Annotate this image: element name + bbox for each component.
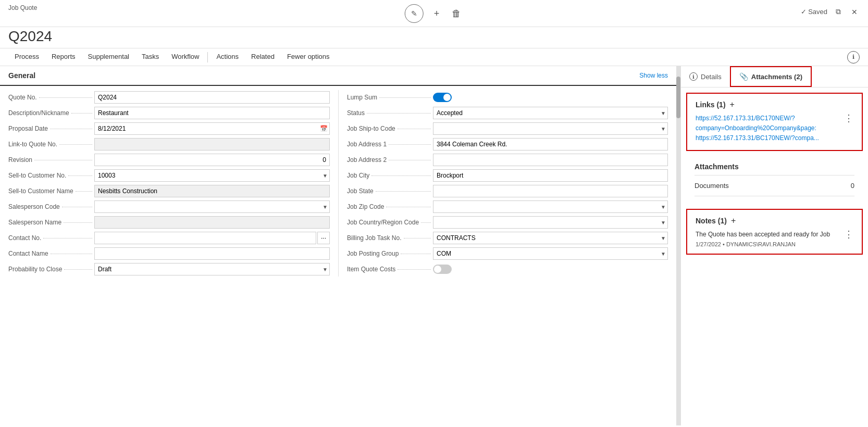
select-job-ship-to-code[interactable] bbox=[433, 122, 668, 135]
delete-button[interactable]: 🗑 bbox=[450, 6, 463, 21]
input-job-city[interactable] bbox=[433, 169, 668, 182]
field-job-address-1: Job Address 1 bbox=[347, 137, 668, 152]
input-quote-no[interactable] bbox=[94, 91, 330, 104]
label-job-city: Job City bbox=[347, 172, 433, 179]
saved-status: ✓ Saved bbox=[801, 8, 827, 16]
select-job-zip-code[interactable] bbox=[433, 200, 668, 213]
add-button[interactable]: + bbox=[432, 6, 442, 21]
input-job-address-1[interactable] bbox=[433, 138, 668, 150]
field-revision: Revision bbox=[8, 153, 330, 167]
nav-item-related[interactable]: Related bbox=[245, 48, 281, 66]
field-job-country-region-code: Job Country/Region Code ▼ bbox=[347, 215, 668, 230]
label-salesperson-code: Salesperson Code bbox=[8, 203, 94, 210]
input-sell-to-name[interactable] bbox=[94, 185, 330, 197]
select-status[interactable]: Accepted bbox=[433, 107, 668, 119]
field-job-zip-code: Job Zip Code ▼ bbox=[347, 199, 668, 214]
field-contact-no: Contact No. ··· bbox=[8, 231, 330, 245]
nav-item-supplemental[interactable]: Supplemental bbox=[82, 48, 136, 66]
select-job-posting-group[interactable]: COM bbox=[433, 247, 668, 260]
label-description: Description/Nickname bbox=[8, 109, 94, 117]
field-job-ship-to-code: Job Ship-to Code ▼ bbox=[347, 121, 668, 136]
field-link-quote-no: Link-to Quote No. bbox=[8, 137, 330, 152]
input-revision[interactable] bbox=[94, 154, 330, 166]
input-contact-name[interactable] bbox=[94, 247, 330, 260]
nav-separator bbox=[207, 52, 208, 62]
input-description[interactable] bbox=[94, 107, 330, 119]
label-lump-sum: Lump Sum bbox=[347, 94, 433, 101]
add-note-button[interactable]: + bbox=[731, 216, 736, 225]
info-button[interactable]: ℹ bbox=[847, 51, 860, 64]
input-job-address-2[interactable] bbox=[433, 154, 668, 166]
contact-no-ellipsis-button[interactable]: ··· bbox=[317, 232, 330, 244]
label-job-address-1: Job Address 1 bbox=[347, 141, 433, 148]
link-context-menu-button[interactable]: ⋮ bbox=[844, 114, 853, 123]
label-link-quote-no: Link-to Quote No. bbox=[8, 141, 94, 148]
field-job-posting-group: Job Posting Group COM ▼ bbox=[347, 246, 668, 261]
input-link-quote-no[interactable] bbox=[94, 138, 330, 150]
edit-button[interactable]: ✎ bbox=[405, 4, 424, 23]
documents-count: 0 bbox=[851, 182, 854, 190]
field-salesperson-name: Salesperson Name bbox=[8, 215, 330, 230]
label-proposal-date: Proposal Date bbox=[8, 125, 94, 132]
label-contact-no: Contact No. bbox=[8, 234, 94, 242]
notes-title: Notes (1) bbox=[696, 217, 727, 225]
field-billing-job-task-no: Billing Job Task No. CONTRACTS ▼ bbox=[347, 231, 668, 245]
nav-item-fewer-options[interactable]: Fewer options bbox=[281, 48, 336, 66]
link-item[interactable]: https://52.167.173.31/BC170NEW/? company… bbox=[696, 114, 819, 144]
open-new-window-button[interactable]: ⧉ bbox=[834, 5, 843, 18]
field-job-address-2: Job Address 2 bbox=[347, 153, 668, 167]
input-salesperson-name[interactable] bbox=[94, 216, 330, 229]
nav-item-tasks[interactable]: Tasks bbox=[135, 48, 165, 66]
field-probability: Probability to Close Draft ▼ bbox=[8, 262, 330, 277]
label-job-country-region-code: Job Country/Region Code bbox=[347, 219, 433, 226]
label-probability: Probability to Close bbox=[8, 266, 94, 273]
attachments-title: Attachments bbox=[695, 162, 739, 171]
calendar-icon: 📅 bbox=[320, 125, 328, 132]
show-less-button[interactable]: Show less bbox=[639, 72, 668, 79]
add-link-button[interactable]: + bbox=[730, 100, 735, 109]
documents-label: Documents bbox=[695, 182, 729, 190]
select-billing-job-task-no[interactable]: CONTRACTS bbox=[433, 232, 668, 244]
note-text: The Quote has been accepted and ready fo… bbox=[696, 230, 830, 239]
input-proposal-date[interactable] bbox=[94, 122, 330, 135]
field-item-quote-costs: Item Quote Costs bbox=[347, 262, 668, 277]
label-job-ship-to-code: Job Ship-to Code bbox=[347, 125, 433, 132]
nav-item-actions[interactable]: Actions bbox=[210, 48, 245, 66]
page-subtitle: Job Quote bbox=[8, 4, 37, 11]
label-billing-job-task-no: Billing Job Task No. bbox=[347, 234, 433, 242]
select-job-country-region-code[interactable] bbox=[433, 216, 668, 229]
links-section: Links (1) + https://52.167.173.31/BC170N… bbox=[686, 93, 863, 151]
info-icon: ℹ bbox=[689, 72, 698, 81]
label-job-state: Job State bbox=[347, 187, 433, 195]
collapse-button[interactable]: ✕ bbox=[849, 6, 860, 18]
field-job-city: Job City bbox=[347, 168, 668, 183]
tab-attachments[interactable]: 📎 Attachments (2) bbox=[730, 66, 812, 87]
toggle-item-quote-costs[interactable] bbox=[433, 265, 452, 274]
nav-item-reports[interactable]: Reports bbox=[45, 48, 82, 66]
field-sell-to-name: Sell-to Customer Name bbox=[8, 184, 330, 198]
scrollbar[interactable] bbox=[676, 66, 680, 425]
field-job-state: Job State bbox=[347, 184, 668, 198]
label-job-zip-code: Job Zip Code bbox=[347, 203, 433, 210]
attachments-section: Attachments Documents 0 bbox=[686, 156, 863, 207]
label-job-address-2: Job Address 2 bbox=[347, 156, 433, 164]
note-meta: 1/27/2022 • DYNAMICS\RAVI.RANJAN bbox=[696, 241, 830, 247]
paperclip-icon: 📎 bbox=[739, 72, 748, 81]
select-probability[interactable]: Draft bbox=[94, 263, 330, 275]
label-contact-name: Contact Name bbox=[8, 250, 94, 257]
label-revision: Revision bbox=[8, 156, 94, 164]
label-sell-to-name: Sell-to Customer Name bbox=[8, 187, 94, 195]
nav-item-workflow[interactable]: Workflow bbox=[165, 48, 205, 66]
toggle-lump-sum[interactable] bbox=[433, 93, 452, 102]
select-sell-to-no[interactable]: 10003 bbox=[94, 169, 330, 182]
nav-item-process[interactable]: Process bbox=[8, 48, 45, 66]
note-context-menu-button[interactable]: ⋮ bbox=[844, 230, 853, 239]
links-title: Links (1) bbox=[696, 101, 726, 109]
field-status: Status Accepted ▼ bbox=[347, 106, 668, 120]
input-contact-no[interactable] bbox=[94, 232, 316, 244]
select-salesperson-code[interactable] bbox=[94, 200, 330, 213]
input-job-state[interactable] bbox=[433, 185, 668, 197]
page-title: Q2024 bbox=[8, 28, 860, 45]
label-job-posting-group: Job Posting Group bbox=[347, 250, 433, 257]
tab-details[interactable]: ℹ Details bbox=[681, 66, 730, 87]
